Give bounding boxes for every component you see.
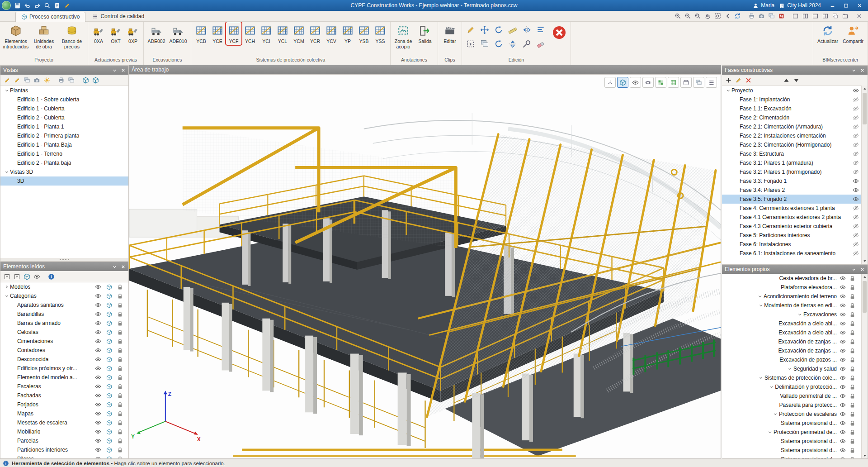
phase-item-fase-3-1-pilares-1-armadura[interactable]: Fase 3.1: Pilares 1 (armadura) — [722, 158, 862, 167]
panel-close-icon[interactable] — [860, 267, 865, 272]
model-3d-icon[interactable] — [106, 293, 112, 299]
tree-item-barras-de-armado[interactable]: Barras de armado — [0, 319, 128, 328]
tab-proceso-constructivo[interactable]: Proceso constructivo — [15, 12, 85, 22]
visibility-icon[interactable] — [95, 392, 101, 399]
model-3d-icon[interactable] — [106, 284, 112, 290]
ribbon-button-ycf[interactable]: YCF — [226, 22, 241, 45]
redo-button[interactable] — [33, 1, 42, 10]
rotate2-button[interactable] — [492, 38, 505, 50]
tree-item-parcelas[interactable]: Parcelas — [0, 436, 128, 445]
tree-item-edificio-1-cubierta[interactable]: Edificio 1 - Cubierta — [0, 104, 128, 113]
own-element-excavaci-n-a-cielo-abi[interactable]: Excavación a cielo abi... — [722, 328, 862, 337]
expand-button[interactable] — [12, 272, 21, 281]
model-3d-icon[interactable] — [106, 393, 112, 399]
visibility-icon[interactable] — [840, 393, 846, 399]
layers-button[interactable] — [66, 76, 75, 85]
lock-icon[interactable] — [849, 411, 855, 417]
lock-icon[interactable] — [117, 456, 123, 459]
lock-icon[interactable] — [117, 311, 123, 317]
phase-item-fase-3-4-pilares-2[interactable]: Fase 3.4: Pilares 2 — [722, 186, 862, 195]
modify-button[interactable] — [520, 38, 533, 50]
own-element-vallado-perimetral-de[interactable]: Vallado perimetral de ... — [722, 391, 862, 400]
phase-item-fase-6-1-instalaciones-de-saneamiento[interactable]: Fase 6.1: Instalaciones de saneamiento — [722, 249, 862, 258]
wing-button[interactable] — [821, 12, 830, 20]
tree-item-forjados[interactable]: Forjados — [0, 400, 128, 409]
own-element-sistema-provisional-d[interactable]: Sistema provisional d... — [722, 419, 862, 428]
print-button[interactable] — [747, 12, 756, 20]
pencil-button[interactable] — [62, 1, 71, 10]
hidden-icon[interactable] — [853, 214, 859, 220]
own-element-excavaci-n-de-zanjas[interactable]: Excavación de zanjas ... — [722, 337, 862, 346]
model-3d-icon[interactable] — [106, 329, 112, 335]
xred-button[interactable] — [744, 76, 753, 85]
lock-icon[interactable] — [849, 357, 855, 363]
visible-icon[interactable] — [853, 87, 859, 94]
hidden-icon[interactable] — [853, 133, 859, 139]
visibility-icon[interactable] — [840, 348, 846, 354]
zoomout-button[interactable] — [683, 12, 692, 20]
lock-icon[interactable] — [849, 393, 855, 399]
hidden-icon[interactable] — [853, 169, 859, 175]
visibility-icon[interactable] — [95, 447, 101, 453]
visibility-icon[interactable] — [840, 456, 846, 458]
chevron-right-icon[interactable] — [3, 285, 10, 289]
phase-item-fase-3-estructura[interactable]: Fase 3: Estructura — [722, 149, 862, 158]
chevron-down-icon[interactable] — [767, 430, 774, 434]
capture-button[interactable] — [757, 12, 766, 20]
lock-icon[interactable] — [117, 366, 123, 372]
cube-button[interactable] — [81, 76, 90, 85]
minimize-button[interactable] — [826, 0, 839, 11]
layers2-button[interactable] — [693, 77, 704, 88]
lock-icon[interactable] — [117, 393, 123, 399]
model-3d-icon[interactable] — [106, 357, 112, 362]
ribbon-button-ycv[interactable]: YCV — [324, 22, 339, 45]
iso-button[interactable] — [617, 77, 628, 88]
tree-item-aparatos-sanitarios[interactable]: Aparatos sanitarios — [0, 300, 128, 310]
align-button[interactable] — [534, 24, 547, 36]
tree-item-barandillas[interactable]: Barandillas — [0, 310, 128, 319]
lock-icon[interactable] — [117, 411, 123, 417]
hidden-icon[interactable] — [853, 160, 859, 166]
chevron-down-icon[interactable] — [3, 88, 10, 93]
tree-item-contadores[interactable]: Contadores — [0, 346, 128, 355]
visibility-icon[interactable] — [840, 375, 846, 381]
winv-button[interactable] — [801, 12, 810, 20]
propios-scrollbar[interactable] — [861, 274, 868, 458]
win1-button[interactable] — [791, 12, 800, 20]
ribbon-button-compartir[interactable]: Compartir — [841, 22, 865, 45]
own-element-sistema-provisional-d[interactable]: Sistema provisional d... — [722, 437, 862, 446]
lock-icon[interactable] — [849, 312, 855, 318]
pencil-button[interactable] — [734, 76, 743, 85]
lock-icon[interactable] — [849, 384, 855, 390]
model-3d-icon[interactable] — [106, 420, 112, 426]
cancel-button[interactable] — [551, 24, 567, 41]
hidden-icon[interactable] — [853, 241, 859, 248]
eraser-button[interactable] — [534, 38, 547, 50]
maximize-button[interactable] — [839, 0, 853, 11]
ribbon-button-unidades-de-obra[interactable]: Unidades de obra — [30, 22, 57, 50]
tree-item-fachadas[interactable]: Fachadas — [0, 391, 128, 400]
tree-item-edificio-2-planta-baja[interactable]: Edificio 2 - Planta baja — [0, 158, 128, 167]
visibility-icon[interactable] — [840, 438, 846, 444]
own-element-acondicionamiento-del-terreno[interactable]: Acondicionamiento del terreno — [722, 292, 862, 301]
tree-item-mapas[interactable]: Mapas — [0, 409, 128, 418]
visibility-icon[interactable] — [840, 447, 846, 453]
visibility-icon[interactable] — [840, 311, 846, 318]
panel-splitter[interactable] — [0, 258, 128, 261]
list-button[interactable] — [706, 77, 717, 88]
ribbon-button-ycb[interactable]: YCB — [193, 22, 209, 45]
ribbon-button-ych[interactable]: YCH — [242, 22, 258, 45]
cube2-button[interactable] — [91, 76, 100, 85]
refresh-button[interactable] — [733, 12, 742, 20]
panel-close-icon[interactable] — [121, 264, 126, 269]
tree-item-edificio-1-terreno[interactable]: Edificio 1 - Terreno — [0, 149, 128, 158]
flipv-button[interactable] — [506, 38, 519, 50]
ribbon-button-ycl[interactable]: YCL — [275, 22, 290, 45]
phase-item-fase-3-3-forjado-1[interactable]: Fase 3.3: Forjado 1 — [722, 176, 862, 186]
visibility-icon[interactable] — [95, 311, 101, 317]
panel-collapse-icon[interactable] — [851, 68, 856, 73]
ribbon-button-editar[interactable]: Editar — [440, 22, 459, 45]
eye-button[interactable] — [32, 272, 41, 281]
eye-button[interactable] — [630, 77, 641, 88]
ribbon-button-salida[interactable]: Salida — [415, 22, 435, 45]
